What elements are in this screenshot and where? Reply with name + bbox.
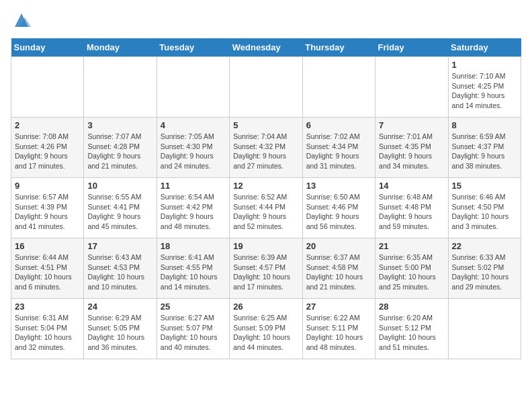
calendar-cell: 1Sunrise: 7:10 AM Sunset: 4:25 PM Daylig… — [448, 57, 521, 118]
day-detail: Sunrise: 6:33 AM Sunset: 5:02 PM Dayligh… — [452, 253, 517, 292]
day-number: 14 — [379, 181, 444, 191]
day-detail: Sunrise: 6:43 AM Sunset: 4:53 PM Dayligh… — [87, 253, 152, 292]
day-detail: Sunrise: 6:48 AM Sunset: 4:48 PM Dayligh… — [379, 192, 444, 232]
day-header-monday: Monday — [84, 38, 157, 57]
day-detail: Sunrise: 6:29 AM Sunset: 5:05 PM Dayligh… — [87, 313, 152, 353]
day-number: 4 — [161, 120, 226, 130]
day-detail: Sunrise: 7:05 AM Sunset: 4:30 PM Dayligh… — [161, 132, 226, 171]
day-detail: Sunrise: 7:01 AM Sunset: 4:35 PM Dayligh… — [379, 132, 444, 171]
day-detail: Sunrise: 6:37 AM Sunset: 4:58 PM Dayligh… — [306, 253, 371, 292]
day-detail: Sunrise: 7:02 AM Sunset: 4:34 PM Dayligh… — [306, 132, 371, 171]
day-detail: Sunrise: 6:27 AM Sunset: 5:07 PM Dayligh… — [161, 313, 226, 353]
calendar-cell: 28Sunrise: 6:20 AM Sunset: 5:12 PM Dayli… — [375, 299, 448, 359]
day-detail: Sunrise: 6:55 AM Sunset: 4:41 PM Dayligh… — [87, 192, 152, 232]
calendar-cell — [302, 57, 375, 118]
day-number: 24 — [87, 302, 152, 312]
day-detail: Sunrise: 6:35 AM Sunset: 5:00 PM Dayligh… — [379, 253, 444, 292]
day-detail: Sunrise: 6:25 AM Sunset: 5:09 PM Dayligh… — [233, 313, 298, 353]
day-number: 12 — [233, 181, 298, 191]
day-detail: Sunrise: 6:44 AM Sunset: 4:51 PM Dayligh… — [15, 253, 80, 292]
logo — [11, 11, 31, 33]
day-header-thursday: Thursday — [302, 38, 375, 57]
calendar-cell: 6Sunrise: 7:02 AM Sunset: 4:34 PM Daylig… — [302, 118, 375, 178]
day-number: 10 — [87, 181, 152, 191]
day-detail: Sunrise: 6:52 AM Sunset: 4:44 PM Dayligh… — [233, 192, 298, 232]
calendar-cell: 19Sunrise: 6:39 AM Sunset: 4:57 PM Dayli… — [230, 238, 302, 299]
calendar-cell: 15Sunrise: 6:46 AM Sunset: 4:50 PM Dayli… — [448, 178, 521, 238]
day-header-wednesday: Wednesday — [230, 38, 302, 57]
day-detail: Sunrise: 6:20 AM Sunset: 5:12 PM Dayligh… — [379, 313, 444, 353]
day-number: 9 — [15, 181, 80, 191]
header — [11, 11, 521, 33]
day-number: 18 — [161, 241, 226, 251]
day-header-saturday: Saturday — [448, 38, 521, 57]
calendar-week-row: 1Sunrise: 7:10 AM Sunset: 4:25 PM Daylig… — [11, 57, 521, 118]
calendar-cell — [84, 57, 157, 118]
calendar-cell: 26Sunrise: 6:25 AM Sunset: 5:09 PM Dayli… — [230, 299, 302, 359]
day-detail: Sunrise: 6:39 AM Sunset: 4:57 PM Dayligh… — [233, 253, 298, 292]
day-detail: Sunrise: 6:54 AM Sunset: 4:42 PM Dayligh… — [161, 192, 226, 232]
day-number: 15 — [452, 181, 517, 191]
day-number: 16 — [15, 241, 80, 251]
day-detail: Sunrise: 6:57 AM Sunset: 4:39 PM Dayligh… — [15, 192, 80, 232]
day-number: 21 — [379, 241, 444, 251]
day-number: 25 — [161, 302, 226, 312]
day-number: 27 — [306, 302, 371, 312]
calendar-week-row: 23Sunrise: 6:31 AM Sunset: 5:04 PM Dayli… — [11, 299, 521, 359]
calendar-cell: 24Sunrise: 6:29 AM Sunset: 5:05 PM Dayli… — [84, 299, 157, 359]
day-header-friday: Friday — [375, 38, 448, 57]
day-detail: Sunrise: 6:59 AM Sunset: 4:37 PM Dayligh… — [452, 132, 517, 171]
logo-icon — [12, 11, 31, 30]
day-detail: Sunrise: 6:41 AM Sunset: 4:55 PM Dayligh… — [161, 253, 226, 292]
day-detail: Sunrise: 6:50 AM Sunset: 4:46 PM Dayligh… — [306, 192, 371, 232]
day-number: 1 — [452, 60, 517, 70]
calendar-week-row: 16Sunrise: 6:44 AM Sunset: 4:51 PM Dayli… — [11, 238, 521, 299]
calendar-cell: 27Sunrise: 6:22 AM Sunset: 5:11 PM Dayli… — [302, 299, 375, 359]
day-number: 20 — [306, 241, 371, 251]
day-number: 26 — [233, 302, 298, 312]
day-detail: Sunrise: 7:07 AM Sunset: 4:28 PM Dayligh… — [87, 132, 152, 171]
calendar-week-row: 2Sunrise: 7:08 AM Sunset: 4:26 PM Daylig… — [11, 118, 521, 178]
calendar-header-row: SundayMondayTuesdayWednesdayThursdayFrid… — [11, 38, 521, 57]
day-number: 13 — [306, 181, 371, 191]
calendar-cell: 4Sunrise: 7:05 AM Sunset: 4:30 PM Daylig… — [157, 118, 229, 178]
day-number: 23 — [15, 302, 80, 312]
calendar-cell: 10Sunrise: 6:55 AM Sunset: 4:41 PM Dayli… — [84, 178, 157, 238]
calendar-cell: 5Sunrise: 7:04 AM Sunset: 4:32 PM Daylig… — [230, 118, 302, 178]
calendar-cell: 17Sunrise: 6:43 AM Sunset: 4:53 PM Dayli… — [84, 238, 157, 299]
calendar-cell — [375, 57, 448, 118]
day-number: 5 — [233, 120, 298, 130]
calendar-cell: 23Sunrise: 6:31 AM Sunset: 5:04 PM Dayli… — [11, 299, 84, 359]
calendar-cell: 21Sunrise: 6:35 AM Sunset: 5:00 PM Dayli… — [375, 238, 448, 299]
day-number: 11 — [161, 181, 226, 191]
calendar-cell: 7Sunrise: 7:01 AM Sunset: 4:35 PM Daylig… — [375, 118, 448, 178]
calendar-cell: 16Sunrise: 6:44 AM Sunset: 4:51 PM Dayli… — [11, 238, 84, 299]
day-detail: Sunrise: 7:08 AM Sunset: 4:26 PM Dayligh… — [15, 132, 80, 171]
calendar-week-row: 9Sunrise: 6:57 AM Sunset: 4:39 PM Daylig… — [11, 178, 521, 238]
calendar-table: SundayMondayTuesdayWednesdayThursdayFrid… — [11, 38, 521, 359]
calendar-cell: 2Sunrise: 7:08 AM Sunset: 4:26 PM Daylig… — [11, 118, 84, 178]
calendar-cell: 9Sunrise: 6:57 AM Sunset: 4:39 PM Daylig… — [11, 178, 84, 238]
calendar-cell: 12Sunrise: 6:52 AM Sunset: 4:44 PM Dayli… — [230, 178, 302, 238]
day-header-tuesday: Tuesday — [157, 38, 229, 57]
calendar-cell: 22Sunrise: 6:33 AM Sunset: 5:02 PM Dayli… — [448, 238, 521, 299]
calendar-cell — [11, 57, 84, 118]
calendar-cell: 8Sunrise: 6:59 AM Sunset: 4:37 PM Daylig… — [448, 118, 521, 178]
day-detail: Sunrise: 7:04 AM Sunset: 4:32 PM Dayligh… — [233, 132, 298, 171]
day-number: 28 — [379, 302, 444, 312]
calendar-cell: 18Sunrise: 6:41 AM Sunset: 4:55 PM Dayli… — [157, 238, 229, 299]
calendar-cell: 3Sunrise: 7:07 AM Sunset: 4:28 PM Daylig… — [84, 118, 157, 178]
day-number: 22 — [452, 241, 517, 251]
day-number: 2 — [15, 120, 80, 130]
day-number: 3 — [87, 120, 152, 130]
day-detail: Sunrise: 6:46 AM Sunset: 4:50 PM Dayligh… — [452, 192, 517, 232]
calendar-cell — [157, 57, 229, 118]
calendar-cell: 25Sunrise: 6:27 AM Sunset: 5:07 PM Dayli… — [157, 299, 229, 359]
day-number: 17 — [87, 241, 152, 251]
calendar-cell: 14Sunrise: 6:48 AM Sunset: 4:48 PM Dayli… — [375, 178, 448, 238]
day-number: 19 — [233, 241, 298, 251]
day-detail: Sunrise: 6:31 AM Sunset: 5:04 PM Dayligh… — [15, 313, 80, 353]
calendar-cell — [448, 299, 521, 359]
calendar-cell: 20Sunrise: 6:37 AM Sunset: 4:58 PM Dayli… — [302, 238, 375, 299]
day-number: 7 — [379, 120, 444, 130]
